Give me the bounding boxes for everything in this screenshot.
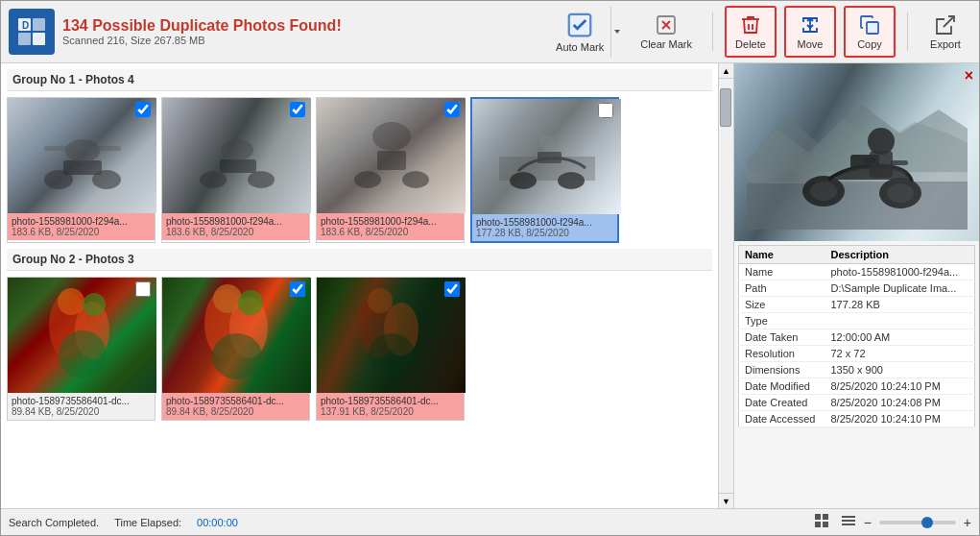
photo-info: photo-1589735586401-dc... 137.91 KB, 8/2… — [317, 393, 464, 420]
svg-point-34 — [83, 293, 106, 316]
photo-item[interactable]: photo-1558981000-f294a... 183.6 KB, 8/25… — [316, 97, 465, 243]
app-title: 134 Possible Duplicate Photos Found! — [62, 17, 541, 35]
preview-close-button[interactable]: × — [965, 67, 973, 85]
copy-button[interactable]: Copy — [844, 6, 896, 58]
move-label: Move — [798, 38, 824, 50]
svg-text:D: D — [22, 20, 29, 31]
svg-rect-45 — [747, 182, 968, 230]
svg-rect-23 — [377, 151, 406, 170]
photo-thumbnail — [162, 278, 311, 393]
details-row: Date Created8/25/2020 10:24:08 PM — [739, 395, 975, 411]
photo-meta: 137.91 KB, 8/25/2020 — [321, 406, 460, 417]
scroll-up-button[interactable]: ▲ — [719, 63, 733, 79]
photo-checkbox[interactable] — [290, 102, 305, 117]
clear-mark-button[interactable]: Clear Mark — [632, 6, 701, 58]
svg-point-27 — [510, 172, 537, 189]
svg-point-28 — [558, 172, 585, 189]
grid-view-button[interactable] — [810, 511, 833, 533]
photo-item[interactable]: photo-1589735586401-dc... 137.91 KB, 8/2… — [316, 277, 465, 421]
detail-value: 8/25/2020 10:24:10 PM — [825, 378, 975, 395]
svg-rect-62 — [842, 516, 855, 518]
svg-rect-64 — [842, 524, 855, 525]
svg-rect-17 — [44, 146, 121, 151]
auto-mark-main[interactable]: Auto Mark — [549, 6, 610, 58]
move-button[interactable]: Move — [784, 6, 836, 58]
photo-item[interactable]: photo-1589735586401-dc... 89.84 KB, 8/25… — [161, 277, 310, 421]
auto-mark-button[interactable]: Auto Mark — [549, 6, 624, 58]
toolbar: D 134 Possible Duplicate Photos Found! S… — [1, 1, 979, 63]
detail-value: 8/25/2020 10:24:08 PM — [825, 395, 975, 411]
svg-rect-61 — [823, 522, 828, 527]
scroll-track[interactable] — [719, 79, 733, 493]
zoom-slider[interactable] — [879, 521, 956, 524]
details-row: Dimensions1350 x 900 — [739, 362, 975, 378]
photo-info: photo-1558981000-f294a... 183.6 KB, 8/25… — [162, 213, 309, 240]
group-2-row: photo-1589735586401-dc... 89.84 KB, 8/25… — [7, 277, 712, 421]
photo-checkbox[interactable] — [135, 281, 151, 297]
scroll-thumb[interactable] — [720, 88, 731, 127]
auto-mark-label: Auto Mark — [556, 41, 604, 53]
photo-name: photo-1558981000-f294a... — [321, 216, 460, 227]
zoom-thumb[interactable] — [921, 517, 933, 528]
preview-image — [734, 63, 979, 241]
photo-item[interactable]: photo-1558981000-f294a... 183.6 KB, 8/25… — [7, 97, 155, 243]
details-row: Namephoto-1558981000-f294a... — [739, 264, 975, 280]
status-text: Search Completed. — [9, 517, 99, 528]
photo-item[interactable]: photo-1589735586401-dc... 89.84 KB, 8/25… — [7, 277, 155, 421]
details-row: Resolution72 x 72 — [739, 346, 975, 362]
svg-point-25 — [402, 171, 429, 188]
export-button[interactable]: Export — [920, 6, 971, 58]
detail-field: Date Modified — [739, 378, 825, 395]
photo-thumbnail — [317, 278, 466, 393]
svg-point-18 — [200, 171, 227, 188]
photo-meta: 177.28 KB, 8/25/2020 — [476, 228, 613, 238]
svg-point-19 — [248, 171, 275, 188]
group-1-row: photo-1558981000-f294a... 183.6 KB, 8/25… — [7, 97, 712, 243]
content-area: Group No 1 - Photos 4 — [1, 63, 979, 508]
photo-info: photo-1589735586401-dc... 89.84 KB, 8/25… — [8, 393, 155, 420]
detail-field: Date Created — [739, 395, 825, 411]
photo-name: photo-1558981000-f294a... — [166, 216, 305, 227]
photo-item[interactable]: photo-1558981000-f294a... 183.6 KB, 8/25… — [161, 97, 310, 243]
zoom-plus-button[interactable]: + — [964, 515, 971, 530]
detail-field: Type — [739, 313, 825, 329]
svg-point-21 — [221, 139, 253, 160]
photo-item[interactable]: photo-1558981000-f294a... 177.28 KB, 8/2… — [470, 97, 619, 243]
list-view-button[interactable] — [837, 511, 860, 533]
svg-point-44 — [369, 333, 415, 376]
svg-rect-12 — [867, 22, 878, 34]
detail-value: 177.28 KB — [825, 297, 975, 313]
preview-panel: × — [734, 63, 979, 508]
details-row: Date Taken12:00:00 AM — [739, 329, 975, 346]
photo-checkbox[interactable] — [444, 281, 460, 297]
photo-grid: Group No 1 - Photos 4 — [1, 63, 718, 508]
detail-field: Date Taken — [739, 329, 825, 346]
photo-thumbnail — [162, 98, 311, 213]
auto-mark-arrow[interactable] — [610, 6, 624, 58]
photo-panel: Group No 1 - Photos 4 — [1, 63, 734, 508]
svg-point-30 — [539, 134, 555, 150]
group-2-header: Group No 2 - Photos 3 — [7, 249, 712, 271]
details-row: Size177.28 KB — [739, 297, 975, 313]
toolbar-separator — [712, 12, 713, 51]
title-section: 134 Possible Duplicate Photos Found! Sca… — [62, 17, 541, 46]
vertical-scrollbar[interactable]: ▲ ▼ — [718, 63, 733, 508]
svg-point-50 — [810, 182, 837, 201]
status-bar: Search Completed. Time Elapsed: 00:00:00… — [1, 508, 979, 535]
detail-field: Name — [739, 264, 825, 280]
zoom-minus-button[interactable]: − — [864, 515, 872, 530]
photo-checkbox[interactable] — [598, 103, 613, 118]
scroll-down-button[interactable]: ▼ — [719, 493, 733, 508]
delete-button[interactable]: Delete — [725, 6, 777, 58]
photo-meta: 89.84 KB, 8/25/2020 — [166, 406, 305, 417]
photo-checkbox[interactable] — [135, 102, 151, 117]
photo-checkbox[interactable] — [444, 102, 460, 117]
preview-details: Name Description Namephoto-1558981000-f2… — [734, 241, 979, 508]
photo-thumbnail — [8, 98, 156, 213]
detail-field: Size — [739, 297, 825, 313]
col-header-description: Description — [825, 246, 975, 264]
photo-checkbox[interactable] — [290, 281, 305, 297]
details-row: Date Modified8/25/2020 10:24:10 PM — [739, 378, 975, 395]
svg-point-39 — [238, 290, 263, 315]
photo-info: photo-1558981000-f294a... 183.6 KB, 8/25… — [317, 213, 464, 240]
